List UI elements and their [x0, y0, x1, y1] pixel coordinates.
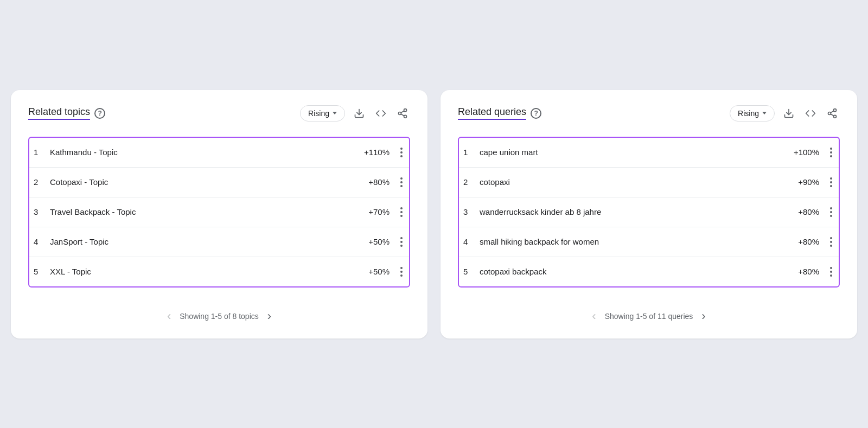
highlight-wrapper-1: 1cape union mart+100%2cotopaxi+90%3wande…: [458, 137, 840, 288]
more-icon[interactable]: [398, 207, 405, 217]
chevron-down-icon: [333, 112, 337, 114]
more-icon[interactable]: [828, 207, 834, 217]
data-table-0: 1Kathmandu - Topic+110%2Cotopaxi - Topic…: [29, 138, 409, 286]
panel-title-1: Related queries: [458, 106, 526, 120]
chevron-right-icon: [267, 309, 271, 323]
panel-controls-1: Rising: [730, 105, 840, 122]
row-more-options[interactable]: [824, 227, 839, 257]
row-label[interactable]: Kathmandu - Topic: [46, 138, 301, 168]
row-percentage: +70%: [301, 197, 394, 227]
panel-title-0: Related topics: [28, 106, 90, 120]
row-more-options[interactable]: [394, 138, 409, 168]
row-percentage: +80%: [751, 227, 824, 257]
panel-related-topics: Related topics?Rising1Kathmandu - Topic+…: [11, 90, 427, 338]
row-number: 5: [459, 257, 475, 286]
dropdown-label: Rising: [308, 109, 329, 118]
row-label[interactable]: cotopaxi: [475, 167, 751, 197]
row-more-options[interactable]: [394, 167, 409, 197]
more-icon[interactable]: [828, 177, 834, 187]
table-row: 5XXL - Topic+50%: [29, 257, 409, 286]
row-label[interactable]: JanSport - Topic: [46, 227, 301, 257]
row-percentage: +80%: [751, 257, 824, 286]
row-label[interactable]: Travel Backpack - Topic: [46, 197, 301, 227]
row-more-options[interactable]: [394, 257, 409, 286]
next-page-button[interactable]: [265, 307, 273, 325]
title-group-1: Related queries?: [458, 106, 541, 120]
title-group-0: Related topics?: [28, 106, 105, 120]
row-percentage: +80%: [751, 197, 824, 227]
svg-line-11: [831, 111, 834, 112]
row-percentage: +90%: [751, 167, 824, 197]
table-row: 3Travel Backpack - Topic+70%: [29, 197, 409, 227]
table-row: 4JanSport - Topic+50%: [29, 227, 409, 257]
more-icon[interactable]: [398, 267, 405, 277]
row-number: 2: [29, 167, 46, 197]
more-icon[interactable]: [828, 237, 834, 247]
download-button[interactable]: [352, 106, 367, 121]
panel-header-0: Related topics?Rising: [28, 105, 410, 122]
row-label[interactable]: cape union mart: [475, 138, 751, 168]
help-icon[interactable]: ?: [531, 108, 541, 119]
row-label[interactable]: small hiking backpack for women: [475, 227, 751, 257]
table-row: 1Kathmandu - Topic+110%: [29, 138, 409, 168]
row-number: 1: [29, 138, 46, 168]
table-row: 2cotopaxi+90%: [459, 167, 839, 197]
more-icon[interactable]: [398, 148, 405, 157]
row-more-options[interactable]: [824, 257, 839, 286]
pagination-text: Showing 1-5 of 11 queries: [605, 312, 693, 321]
rising-dropdown[interactable]: Rising: [300, 105, 345, 122]
row-number: 3: [29, 197, 46, 227]
row-more-options[interactable]: [394, 227, 409, 257]
pagination-text: Showing 1-5 of 8 topics: [180, 312, 259, 321]
download-icon: [354, 108, 365, 119]
panel-header-1: Related queries?Rising: [458, 105, 840, 122]
row-label[interactable]: cotopaxi backpack: [475, 257, 751, 286]
pagination: Showing 1-5 of 8 topics: [28, 301, 410, 325]
chevron-down-icon: [762, 112, 767, 114]
embed-button[interactable]: [373, 106, 388, 121]
row-percentage: +80%: [301, 167, 394, 197]
row-number: 2: [459, 167, 475, 197]
row-more-options[interactable]: [394, 197, 409, 227]
share-icon: [397, 108, 408, 119]
table-row: 5cotopaxi backpack+80%: [459, 257, 839, 286]
more-icon[interactable]: [828, 148, 834, 157]
embed-button[interactable]: [803, 106, 818, 121]
row-percentage: +50%: [301, 227, 394, 257]
share-button[interactable]: [825, 106, 840, 121]
svg-line-10: [831, 114, 834, 116]
row-more-options[interactable]: [824, 167, 839, 197]
chevron-left-icon: [167, 309, 171, 323]
download-button[interactable]: [781, 106, 796, 121]
more-icon[interactable]: [398, 177, 405, 187]
row-label[interactable]: XXL - Topic: [46, 257, 301, 286]
more-icon[interactable]: [398, 237, 405, 247]
help-icon[interactable]: ?: [94, 108, 105, 119]
share-button[interactable]: [395, 106, 410, 121]
prev-page-button[interactable]: [165, 307, 173, 325]
next-page-button[interactable]: [699, 307, 707, 325]
row-label[interactable]: Cotopaxi - Topic: [46, 167, 301, 197]
row-percentage: +110%: [301, 138, 394, 168]
row-more-options[interactable]: [824, 138, 839, 168]
download-icon: [783, 108, 794, 119]
prev-page-button[interactable]: [590, 307, 598, 325]
row-label[interactable]: wanderrucksack kinder ab 8 jahre: [475, 197, 751, 227]
embed-icon: [375, 108, 386, 119]
table-row: 3wanderrucksack kinder ab 8 jahre+80%: [459, 197, 839, 227]
dropdown-label: Rising: [738, 109, 759, 118]
rising-dropdown[interactable]: Rising: [730, 105, 775, 122]
row-more-options[interactable]: [824, 197, 839, 227]
panels-container: Related topics?Rising1Kathmandu - Topic+…: [11, 90, 857, 338]
row-number: 4: [459, 227, 475, 257]
embed-icon: [805, 108, 816, 119]
more-icon[interactable]: [828, 267, 834, 277]
row-number: 5: [29, 257, 46, 286]
pagination: Showing 1-5 of 11 queries: [458, 301, 840, 325]
row-percentage: +50%: [301, 257, 394, 286]
row-number: 3: [459, 197, 475, 227]
table-row: 4small hiking backpack for women+80%: [459, 227, 839, 257]
share-icon: [827, 108, 838, 119]
svg-line-5: [401, 111, 404, 112]
table-row: 2Cotopaxi - Topic+80%: [29, 167, 409, 197]
